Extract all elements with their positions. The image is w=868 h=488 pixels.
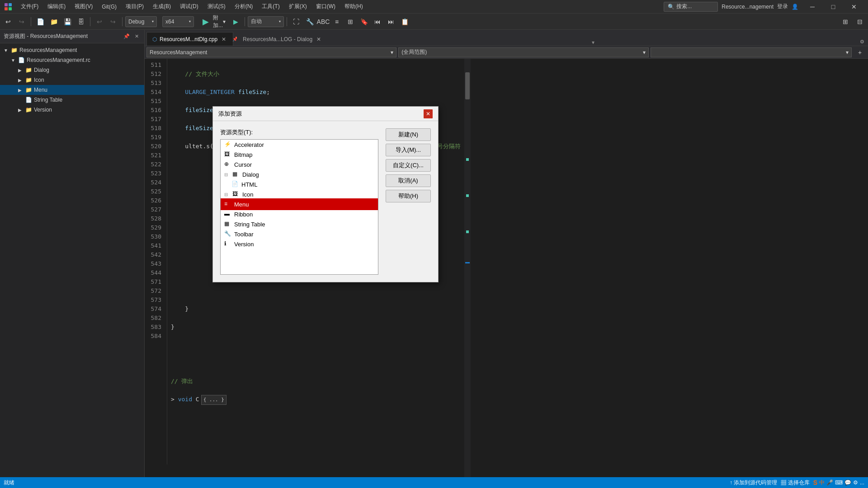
sogou-chat[interactable]: 💬 <box>844 479 851 486</box>
menu-debug[interactable]: 调试(D) <box>176 1 202 12</box>
toolbar-res-icon: 🔧 <box>224 230 231 238</box>
close-button[interactable]: ✕ <box>844 0 864 14</box>
resource-item-ribbon[interactable]: ▬ Ribbon <box>221 209 378 219</box>
platform-dropdown[interactable]: x64 ▾ <box>162 16 194 27</box>
sogou-voice[interactable]: 🎤 <box>826 479 833 486</box>
resource-item-html[interactable]: 📄 HTML <box>221 179 378 189</box>
run-btn[interactable]: ▶ <box>199 15 212 28</box>
toolbar-more9[interactable]: 📋 <box>398 15 411 28</box>
dialog-close-button[interactable]: ✕ <box>424 109 433 118</box>
minimize-button[interactable]: ─ <box>802 0 823 14</box>
menu-tools[interactable]: 工具(T) <box>258 1 283 12</box>
new-button[interactable]: 新建(N) <box>386 128 431 141</box>
sogou-more1[interactable]: ⚙ <box>853 479 858 486</box>
tree-node-menu[interactable]: ▶ 📁 Menu <box>0 85 144 95</box>
resource-item-cursor[interactable]: ⊕ Cursor <box>221 160 378 169</box>
toolbar-forward-btn[interactable]: ↪ <box>15 15 28 28</box>
login-text[interactable]: 登录 <box>777 3 788 10</box>
tree-version-label: Version <box>34 107 52 113</box>
search-box[interactable]: 🔍 搜索... <box>664 2 718 12</box>
toolbar-more3[interactable]: ABC <box>317 15 330 28</box>
debug-config-dropdown[interactable]: Debug ▾ <box>125 16 157 27</box>
menu-view[interactable]: 视图(V) <box>71 1 96 12</box>
import-button[interactable]: 导入(M)... <box>386 144 431 156</box>
sogou-more2[interactable]: ... <box>860 479 864 486</box>
tree-node-icon[interactable]: ▶ 📁 Icon <box>0 75 144 85</box>
toolbar-new-btn[interactable]: 📄 <box>34 15 47 28</box>
toolbar-open-btn[interactable]: 📁 <box>47 15 60 28</box>
resource-item-string-table[interactable]: ▦ String Table <box>221 219 378 229</box>
tree-root[interactable]: ▼ 📁 ResourcesManagement <box>0 45 144 55</box>
help-button[interactable]: 帮助(H) <box>386 190 431 202</box>
cancel-button[interactable]: 取消(A) <box>386 174 431 187</box>
menu-analyze[interactable]: 分析(N) <box>231 1 257 12</box>
select-repo[interactable]: ▦ 选择仓库 <box>781 479 809 487</box>
vertical-scrollbar[interactable] <box>464 59 471 477</box>
global-dropdown[interactable]: (全局范围) ▾ <box>398 47 648 57</box>
user-icon[interactable]: 👤 <box>792 4 798 10</box>
resource-item-icon[interactable]: ⊟ 🖼 Icon <box>221 189 378 199</box>
menu-test[interactable]: 测试(S) <box>204 1 229 12</box>
tree-node-version[interactable]: ▶ 📁 Version <box>0 105 144 115</box>
resource-item-accelerator[interactable]: ⚡ Accelerator <box>221 140 378 150</box>
toolbar-saveall-btn[interactable]: 🗄 <box>75 15 87 28</box>
resource-item-toolbar[interactable]: 🔧 Toolbar <box>221 229 378 239</box>
debug-config-value: Debug <box>128 19 144 25</box>
menu-git[interactable]: Git(G) <box>98 2 120 12</box>
nav-add-btn[interactable]: + <box>854 46 866 59</box>
menu-project[interactable]: 项目(P) <box>122 1 147 12</box>
tab-settings-btn[interactable]: ⚙ <box>858 38 866 46</box>
toolbar-more7[interactable]: ⏮ <box>371 15 384 28</box>
toolbar-more1[interactable]: ⛶ <box>290 15 302 28</box>
dialog-title: 添加资源 <box>218 110 424 118</box>
step-over-btn[interactable]: ▶ <box>229 15 242 28</box>
menu-edit[interactable]: 编辑(E) <box>44 1 69 12</box>
auto-dropdown[interactable]: 自动 ▾ <box>248 16 284 27</box>
toolbar-more2[interactable]: 🔧 <box>303 15 316 28</box>
menu-build[interactable]: 生成(B) <box>149 1 175 12</box>
resource-item-dialog[interactable]: ⊟ ▦ Dialog <box>221 169 378 179</box>
resource-item-version[interactable]: ℹ Version <box>221 239 378 249</box>
attach-btn[interactable]: 附加...▾ <box>213 15 226 28</box>
tree-node-string-table[interactable]: 📄 String Table <box>0 95 144 105</box>
tree-expand-root: ▼ <box>4 48 9 53</box>
tab-1-close[interactable]: ✕ <box>315 36 322 43</box>
toolbar-more5[interactable]: ⊞ <box>344 15 357 28</box>
platform-arrow: ▾ <box>189 19 191 23</box>
toolbar-more6[interactable]: 🔖 <box>358 15 370 28</box>
maximize-button[interactable]: □ <box>823 0 844 14</box>
toolbar-layout2[interactable]: ⊟ <box>854 15 866 28</box>
add-resource-dialog[interactable]: 添加资源 ✕ 资源类型(T): ⚡ Accelerator 🖼 Bitmap <box>212 106 439 282</box>
customize-button[interactable]: 自定义(C)... <box>386 159 431 172</box>
resource-item-menu[interactable]: ≡ Menu <box>221 199 378 209</box>
scrollbar-thumb[interactable] <box>465 72 470 99</box>
menu-file[interactable]: 文件(F) <box>17 1 42 12</box>
menu-bar-right: 🔍 搜索... Resource...nagement 登录 👤 ─ □ ✕ <box>664 0 864 14</box>
panel-pin-btn[interactable]: 📌 <box>123 33 131 41</box>
toolbar-undo-btn[interactable]: ↩ <box>93 15 106 28</box>
dialog-left: 资源类型(T): ⚡ Accelerator 🖼 Bitmap ⊕ <box>220 128 378 275</box>
toolbar-save-btn[interactable]: 💾 <box>61 15 74 28</box>
menu-extensions[interactable]: 扩展(X) <box>285 1 311 12</box>
toolbar-redo-btn[interactable]: ↪ <box>107 15 119 28</box>
toolbar-back-btn[interactable]: ↩ <box>2 15 14 28</box>
panel-close-btn[interactable]: ✕ <box>132 33 141 41</box>
extra-dropdown[interactable]: ▾ <box>651 47 852 57</box>
toolbar-more8[interactable]: ⏭ <box>385 15 397 28</box>
menu-window[interactable]: 窗口(W) <box>312 1 339 12</box>
tree-node-dialog[interactable]: ▶ 📁 Dialog <box>0 65 144 75</box>
sogou-grid[interactable]: ⌨ <box>835 479 843 486</box>
toolbar-more4[interactable]: ≡ <box>330 15 343 28</box>
scope-dropdown[interactable]: ResourcesManagement ▾ <box>146 47 396 57</box>
tab-1[interactable]: ResourcesMa...LOG - Dialog ✕ <box>237 32 328 46</box>
add-source[interactable]: ↑ 添加到源代码管理 <box>730 479 777 487</box>
tab-0[interactable]: ⬡ ResourcesM...ntDlg.cpp ✕ <box>146 32 233 46</box>
tab-scroll-arrow[interactable]: ▾ <box>590 39 596 46</box>
menu-help[interactable]: 帮助(H) <box>341 1 367 12</box>
tab-pin-0[interactable]: 📌 <box>233 32 237 46</box>
toolbar-layout1[interactable]: ⊞ <box>839 15 852 28</box>
resource-type-list[interactable]: ⚡ Accelerator 🖼 Bitmap ⊕ Cursor <box>220 139 378 275</box>
tab-0-close[interactable]: ✕ <box>220 36 227 43</box>
resource-item-bitmap[interactable]: 🖼 Bitmap <box>221 150 378 160</box>
tree-rc-file[interactable]: ▼ 📄 ResourcesManagement.rc <box>0 55 144 65</box>
